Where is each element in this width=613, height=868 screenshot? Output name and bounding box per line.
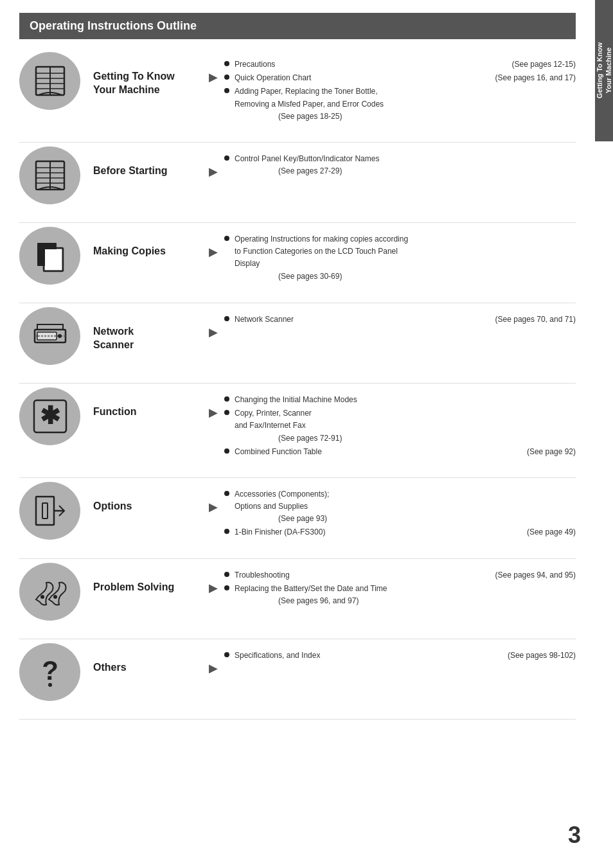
label-making-copies: Making Copies: [93, 227, 196, 258]
svg-point-26: [58, 334, 62, 338]
icon-making-copies: [19, 227, 80, 285]
detail-line: 1-Bin Finisher (DA-FS300)(See page 49): [224, 526, 576, 538]
detail-line: Accessories (Components);Options and Sup…: [224, 488, 576, 526]
detail-text: Options and Supplies: [235, 502, 308, 511]
side-tab-text: Getting To KnowYour Machine: [595, 42, 613, 98]
icon-problem-solving: [19, 563, 80, 621]
detail-line: Replacing the Battery/Set the Date and T…: [224, 583, 576, 607]
detail-text: Copy, Printer, Scanner: [235, 409, 312, 418]
arrow-others: ▶: [209, 643, 218, 675]
detail-page: (See page 92): [517, 446, 576, 458]
arrow-function: ▶: [209, 387, 218, 420]
section-row-others: ? Others▶Specifications, and Index(See p…: [19, 643, 576, 701]
detail-bullet: [224, 75, 229, 80]
detail-bullet: [224, 652, 229, 657]
detail-text: to Function Categories on the LCD Touch …: [235, 247, 398, 256]
label-getting-to-know: Getting To KnowYour Machine: [93, 52, 196, 97]
detail-text: 1-Bin Finisher (DA-FS300): [235, 526, 517, 538]
detail-line: Combined Function Table(See page 92): [224, 446, 576, 458]
detail-text: Specifications, and Index: [235, 650, 497, 662]
arrow-network-scanner: ▶: [209, 307, 218, 339]
arrow-before-starting: ▶: [209, 146, 218, 179]
arrow-getting-to-know: ▶: [209, 52, 218, 84]
icon-function: ✱: [19, 387, 80, 445]
details-options: Accessories (Components);Options and Sup…: [224, 482, 576, 540]
detail-text: Network Scanner: [235, 314, 485, 326]
detail-text-wrap: Operating Instructions for making copies…: [235, 233, 576, 283]
icon-others: ?: [19, 643, 80, 701]
details-making-copies: Operating Instructions for making copies…: [224, 227, 576, 284]
detail-line: Specifications, and Index(See pages 98-1…: [224, 650, 576, 662]
detail-line: Quick Operation Chart(See pages 16, and …: [224, 72, 576, 84]
svg-point-32: [40, 595, 44, 599]
detail-bullet: [224, 572, 229, 577]
svg-point-35: [48, 683, 52, 687]
section-separator: [19, 639, 576, 639]
arrow-making-copies: ▶: [209, 227, 218, 259]
section-row-problem-solving: Problem Solving▶Troubleshooting(See page…: [19, 563, 576, 621]
details-network-scanner: Network Scanner(See pages 70, and 71): [224, 307, 576, 327]
detail-text: Accessories (Components);: [235, 490, 329, 499]
detail-line: Network Scanner(See pages 70, and 71): [224, 314, 576, 326]
detail-bullet: [224, 491, 229, 496]
detail-text: Combined Function Table: [235, 446, 517, 458]
detail-bullet: [224, 88, 229, 93]
detail-page: (See pages 72-91): [273, 434, 342, 443]
detail-text: Replacing the Battery/Set the Date and T…: [235, 584, 387, 593]
details-before-starting: Control Panel Key/Button/Indicator Names…: [224, 146, 576, 179]
main-content: Operating Instructions Outline Getting T…: [0, 0, 595, 749]
detail-text: Removing a Misfed Paper, and Error Codes: [235, 100, 384, 109]
label-others: Others: [93, 643, 196, 675]
section-separator: [19, 222, 576, 223]
label-problem-solving: Problem Solving: [93, 563, 196, 594]
label-before-starting: Before Starting: [93, 146, 196, 178]
detail-line: Operating Instructions for making copies…: [224, 233, 576, 283]
icon-options: [19, 482, 80, 540]
detail-text: Adding Paper, Replacing the Toner Bottle…: [235, 87, 378, 96]
detail-line: Troubleshooting(See pages 94, and 95): [224, 569, 576, 581]
details-problem-solving: Troubleshooting(See pages 94, and 95)Rep…: [224, 563, 576, 609]
svg-rect-30: [42, 503, 48, 518]
detail-text: and Fax/Internet Fax: [235, 421, 306, 430]
detail-bullet: [224, 448, 229, 454]
detail-page: (See pages 30-69): [273, 272, 342, 281]
section-separator: [19, 142, 576, 143]
detail-bullet: [224, 236, 229, 241]
svg-text:?: ?: [42, 655, 58, 686]
detail-text: Display: [235, 259, 260, 268]
detail-text-wrap: Control Panel Key/Button/Indicator Names…: [235, 153, 576, 177]
detail-text: Quick Operation Chart: [235, 72, 485, 84]
section-separator: [19, 383, 576, 384]
detail-page: (See pages 12-15): [502, 58, 576, 71]
detail-text: Precautions: [235, 58, 502, 71]
details-others: Specifications, and Index(See pages 98-1…: [224, 643, 576, 663]
side-tab: Getting To KnowYour Machine: [595, 0, 613, 141]
detail-line: Changing the Initial Machine Modes: [224, 394, 576, 406]
detail-page: (See pages 18-25): [273, 112, 342, 121]
section-row-options: Options▶Accessories (Components);Options…: [19, 482, 576, 540]
section-row-network-scanner: NetworkScanner▶Network Scanner(See pages…: [19, 307, 576, 365]
details-function: Changing the Initial Machine ModesCopy, …: [224, 387, 576, 459]
section-row-making-copies: Making Copies▶Operating Instructions for…: [19, 227, 576, 285]
detail-text-wrap: Copy, Printer, Scannerand Fax/Internet F…: [235, 407, 576, 445]
detail-line: Copy, Printer, Scannerand Fax/Internet F…: [224, 407, 576, 445]
detail-text-wrap: Replacing the Battery/Set the Date and T…: [235, 583, 576, 607]
section-separator: [19, 558, 576, 559]
detail-line: Precautions(See pages 12-15): [224, 58, 576, 71]
svg-rect-29: [36, 497, 54, 525]
label-options: Options: [93, 482, 196, 513]
arrow-problem-solving: ▶: [209, 563, 218, 595]
detail-line: Control Panel Key/Button/Indicator Names…: [224, 153, 576, 177]
detail-page: (See page 93): [273, 514, 327, 523]
detail-page: (See pages 98-102): [497, 650, 576, 662]
icon-getting-to-know: [19, 52, 80, 110]
detail-bullet: [224, 396, 229, 402]
detail-line: Adding Paper, Replacing the Toner Bottle…: [224, 85, 576, 123]
section-row-before-starting: Before Starting▶Control Panel Key/Button…: [19, 146, 576, 204]
detail-text-wrap: Accessories (Components);Options and Sup…: [235, 488, 576, 526]
svg-text:✱: ✱: [40, 402, 60, 429]
detail-bullet: [224, 155, 229, 161]
svg-rect-24: [37, 332, 57, 340]
details-getting-to-know: Precautions(See pages 12-15)Quick Operat…: [224, 52, 576, 124]
detail-bullet: [224, 61, 229, 66]
